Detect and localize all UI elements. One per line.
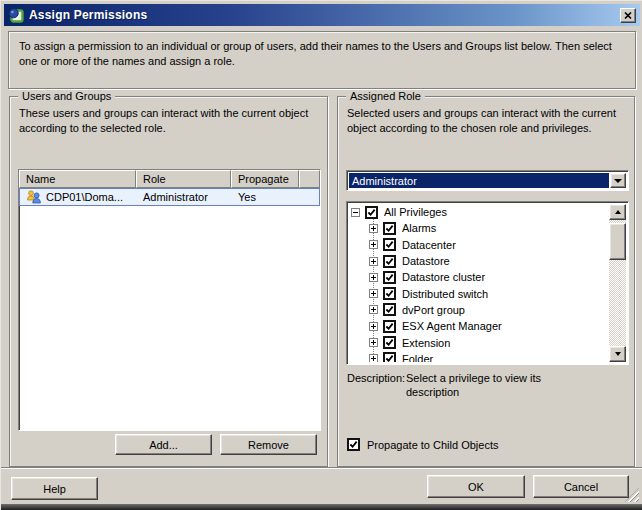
- column-header-name[interactable]: Name: [19, 170, 136, 188]
- assigned-role-description: Selected users and groups can interact w…: [347, 106, 631, 136]
- checkbox-checked[interactable]: [383, 320, 396, 333]
- tree-item-alarms[interactable]: Alarms: [349, 220, 609, 236]
- scroll-down-button[interactable]: [609, 346, 626, 362]
- expand-plus-icon[interactable]: [369, 354, 378, 362]
- checkbox-checked[interactable]: [383, 238, 396, 251]
- expand-plus-icon[interactable]: [369, 338, 378, 347]
- scroll-up-button[interactable]: [609, 204, 626, 220]
- tree-item-extension[interactable]: Extension: [349, 334, 609, 350]
- close-icon: [624, 12, 632, 19]
- ok-button[interactable]: OK: [427, 475, 525, 498]
- column-header-spacer: [299, 170, 320, 188]
- tree-item-distributed-switch[interactable]: Distributed switch: [349, 285, 609, 301]
- title-bar[interactable]: Assign Permissions: [4, 4, 640, 26]
- expand-plus-icon[interactable]: [369, 224, 378, 233]
- checkbox-checked[interactable]: [383, 287, 396, 300]
- row-role: Administrator: [137, 191, 232, 203]
- users-groups-title: Users and Groups: [18, 90, 115, 102]
- description-text: Select a privilege to view its descripti…: [406, 371, 578, 399]
- table-row[interactable]: CDP01\Doma... Administrator Yes: [19, 188, 320, 206]
- propagate-row[interactable]: Propagate to Child Objects: [347, 438, 498, 451]
- column-header-propagate[interactable]: Propagate: [231, 170, 299, 188]
- users-groups-groupbox: Users and Groups These users and groups …: [9, 96, 328, 467]
- instruction-panel: To assign a permission to an individual …: [8, 31, 636, 89]
- description-label: Description:: [347, 371, 406, 399]
- window-bottom-edge: [1, 504, 642, 510]
- user-group-icon: [26, 190, 42, 204]
- expand-plus-icon[interactable]: [369, 273, 378, 282]
- propagate-checkbox-checked[interactable]: [347, 438, 360, 451]
- assigned-role-groupbox: Assigned Role Selected users and groups …: [337, 96, 635, 467]
- checkbox-checked[interactable]: [365, 206, 378, 219]
- privileges-tree-content: All Privileges Alarms Datacenter Datasto…: [349, 204, 609, 362]
- users-groups-description: These users and groups can interact with…: [19, 106, 315, 136]
- column-header-role[interactable]: Role: [136, 170, 231, 188]
- privilege-description-block: Description: Select a privilege to view …: [347, 371, 578, 399]
- expand-plus-icon[interactable]: [369, 289, 378, 298]
- propagate-label: Propagate to Child Objects: [367, 439, 498, 451]
- checkbox-checked[interactable]: [383, 271, 396, 284]
- checkbox-checked[interactable]: [383, 222, 396, 235]
- role-dropdown-button[interactable]: [610, 173, 626, 188]
- row-propagate: Yes: [232, 191, 300, 203]
- tree-item-datacenter[interactable]: Datacenter: [349, 237, 609, 253]
- role-dropdown[interactable]: Administrator: [346, 170, 629, 191]
- assigned-role-title: Assigned Role: [346, 90, 425, 102]
- checkbox-checked[interactable]: [383, 336, 396, 349]
- help-button[interactable]: Help: [11, 477, 98, 500]
- remove-button[interactable]: Remove: [220, 434, 317, 455]
- tree-item-all-privileges[interactable]: All Privileges: [349, 204, 609, 220]
- privileges-tree[interactable]: All Privileges Alarms Datacenter Datasto…: [346, 201, 629, 365]
- add-button[interactable]: Add...: [115, 434, 212, 455]
- arrow-down-icon: [615, 352, 621, 356]
- assign-permissions-dialog: Assign Permissions To assign a permissio…: [0, 0, 642, 510]
- expand-plus-icon[interactable]: [369, 257, 378, 266]
- tree-item-folder[interactable]: Folder: [349, 351, 609, 362]
- tree-item-datastore-cluster[interactable]: Datastore cluster: [349, 269, 609, 285]
- scrollbar-thumb[interactable]: [609, 223, 626, 260]
- instruction-text: To assign a permission to an individual …: [19, 40, 612, 67]
- checkbox-checked[interactable]: [383, 352, 396, 362]
- chevron-down-icon: [614, 179, 622, 183]
- tree-item-esx-agent-manager[interactable]: ESX Agent Manager: [349, 318, 609, 334]
- checkbox-checked[interactable]: [383, 303, 396, 316]
- expand-plus-icon[interactable]: [369, 305, 378, 314]
- tree-scrollbar[interactable]: [609, 204, 626, 362]
- expand-plus-icon[interactable]: [369, 240, 378, 249]
- checkbox-checked[interactable]: [383, 255, 396, 268]
- footer-divider: [1, 467, 642, 469]
- vsphere-app-icon: [8, 7, 24, 23]
- arrow-up-icon: [615, 210, 621, 214]
- tree-item-datastore[interactable]: Datastore: [349, 253, 609, 269]
- users-groups-list[interactable]: Name Role Propagate CDP01\Doma... Admini…: [18, 169, 321, 431]
- dialog-title: Assign Permissions: [29, 8, 147, 22]
- list-header: Name Role Propagate: [19, 170, 320, 188]
- expand-plus-icon[interactable]: [369, 322, 378, 331]
- cancel-button[interactable]: Cancel: [533, 475, 629, 498]
- row-user-name: CDP01\Doma...: [46, 191, 123, 203]
- tree-item-dvport-group[interactable]: dvPort group: [349, 302, 609, 318]
- role-selected-value: Administrator: [349, 173, 609, 188]
- collapse-minus-icon[interactable]: [351, 208, 360, 217]
- close-button[interactable]: [620, 8, 636, 23]
